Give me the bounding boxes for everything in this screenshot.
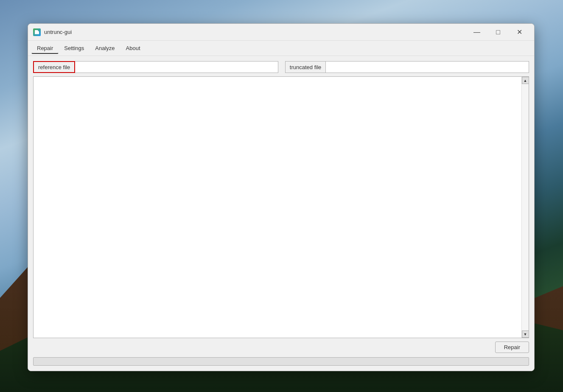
main-window: untrunc-gui — □ ✕ Repair Settings Analyz…: [28, 23, 535, 371]
maximize-button[interactable]: □: [488, 26, 508, 39]
progress-bar-container: [33, 357, 529, 366]
app-icon: [33, 28, 41, 36]
reference-file-label: reference file: [33, 61, 75, 73]
window-controls: — □ ✕: [467, 26, 529, 39]
log-textarea[interactable]: [34, 77, 521, 338]
truncated-file-label: truncated file: [285, 61, 325, 73]
menu-item-about[interactable]: About: [120, 43, 146, 53]
log-area-container: ▲ ▼: [33, 76, 529, 338]
file-input-row: reference file truncated file: [33, 61, 529, 73]
menu-item-analyze[interactable]: Analyze: [90, 43, 120, 53]
menu-bar: Repair Settings Analyze About: [28, 41, 534, 56]
window-title: untrunc-gui: [44, 29, 72, 35]
title-bar: untrunc-gui — □ ✕: [28, 24, 534, 41]
bottom-row: Repair: [33, 342, 529, 353]
content-area: reference file truncated file ▲ ▼ Repair: [28, 56, 534, 371]
vertical-scrollbar: ▲ ▼: [521, 77, 529, 338]
menu-item-repair[interactable]: Repair: [31, 43, 59, 54]
scroll-down-button[interactable]: ▼: [522, 330, 529, 338]
reference-file-input[interactable]: [75, 61, 278, 73]
scroll-track: [522, 84, 529, 330]
minimize-button[interactable]: —: [467, 26, 487, 39]
close-button[interactable]: ✕: [510, 26, 529, 39]
truncated-file-input[interactable]: [325, 61, 529, 73]
repair-button[interactable]: Repair: [495, 342, 529, 353]
menu-item-settings[interactable]: Settings: [59, 43, 90, 53]
scroll-up-button[interactable]: ▲: [522, 77, 529, 84]
title-bar-left: untrunc-gui: [33, 28, 72, 36]
